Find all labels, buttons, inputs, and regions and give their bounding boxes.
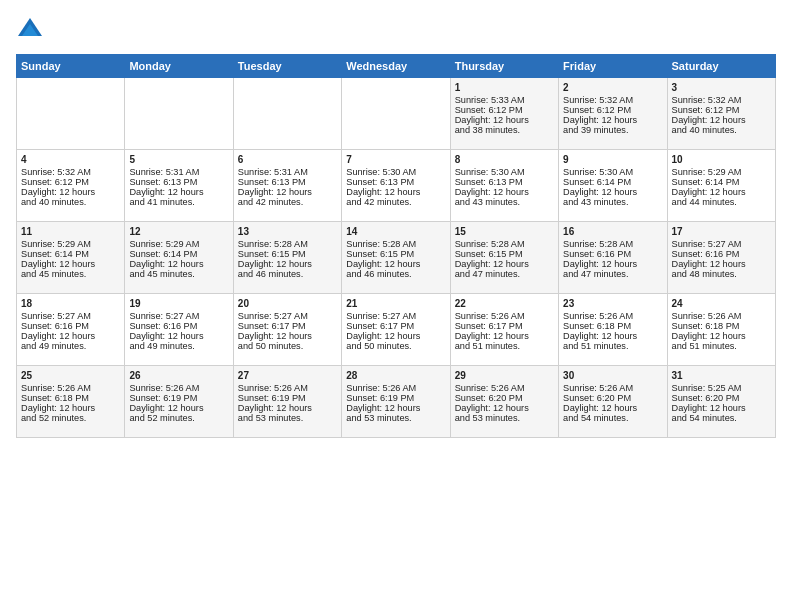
day-info: and 51 minutes. <box>563 341 662 351</box>
day-info: Sunrise: 5:26 AM <box>563 383 662 393</box>
day-number: 15 <box>455 226 554 237</box>
calendar-cell: 23Sunrise: 5:26 AMSunset: 6:18 PMDayligh… <box>559 294 667 366</box>
day-info: Daylight: 12 hours <box>672 403 771 413</box>
day-number: 18 <box>21 298 120 309</box>
day-info: Sunrise: 5:31 AM <box>238 167 337 177</box>
calendar-cell: 16Sunrise: 5:28 AMSunset: 6:16 PMDayligh… <box>559 222 667 294</box>
calendar-cell: 26Sunrise: 5:26 AMSunset: 6:19 PMDayligh… <box>125 366 233 438</box>
day-info: and 50 minutes. <box>346 341 445 351</box>
day-info: Daylight: 12 hours <box>129 259 228 269</box>
day-info: and 39 minutes. <box>563 125 662 135</box>
day-info: Sunrise: 5:29 AM <box>129 239 228 249</box>
day-info: Sunset: 6:13 PM <box>129 177 228 187</box>
header <box>16 16 776 44</box>
calendar-cell: 6Sunrise: 5:31 AMSunset: 6:13 PMDaylight… <box>233 150 341 222</box>
day-info: Sunrise: 5:26 AM <box>563 311 662 321</box>
header-day-friday: Friday <box>559 55 667 78</box>
day-info: Sunrise: 5:27 AM <box>21 311 120 321</box>
calendar-cell: 25Sunrise: 5:26 AMSunset: 6:18 PMDayligh… <box>17 366 125 438</box>
day-info: and 47 minutes. <box>455 269 554 279</box>
calendar-cell <box>342 78 450 150</box>
day-info: and 51 minutes. <box>455 341 554 351</box>
day-info: Sunset: 6:17 PM <box>346 321 445 331</box>
day-info: Sunrise: 5:28 AM <box>563 239 662 249</box>
day-info: Sunset: 6:12 PM <box>672 105 771 115</box>
day-number: 19 <box>129 298 228 309</box>
calendar-page: SundayMondayTuesdayWednesdayThursdayFrid… <box>0 0 792 612</box>
calendar-week-1: 4Sunrise: 5:32 AMSunset: 6:12 PMDaylight… <box>17 150 776 222</box>
day-info: Sunrise: 5:29 AM <box>672 167 771 177</box>
day-info: and 42 minutes. <box>346 197 445 207</box>
day-info: Sunrise: 5:26 AM <box>21 383 120 393</box>
day-info: Daylight: 12 hours <box>21 331 120 341</box>
day-info: Sunset: 6:12 PM <box>21 177 120 187</box>
day-info: Sunrise: 5:26 AM <box>455 383 554 393</box>
day-info: Sunset: 6:18 PM <box>672 321 771 331</box>
day-number: 10 <box>672 154 771 165</box>
day-number: 6 <box>238 154 337 165</box>
day-info: Daylight: 12 hours <box>455 403 554 413</box>
calendar-cell: 3Sunrise: 5:32 AMSunset: 6:12 PMDaylight… <box>667 78 775 150</box>
day-number: 28 <box>346 370 445 381</box>
day-info: Daylight: 12 hours <box>672 187 771 197</box>
day-info: Sunset: 6:16 PM <box>672 249 771 259</box>
day-info: Sunset: 6:15 PM <box>455 249 554 259</box>
day-info: and 38 minutes. <box>455 125 554 135</box>
day-info: Daylight: 12 hours <box>21 259 120 269</box>
day-info: and 53 minutes. <box>346 413 445 423</box>
day-info: and 54 minutes. <box>672 413 771 423</box>
calendar-cell: 1Sunrise: 5:33 AMSunset: 6:12 PMDaylight… <box>450 78 558 150</box>
day-number: 3 <box>672 82 771 93</box>
day-info: Sunset: 6:20 PM <box>563 393 662 403</box>
day-info: and 43 minutes. <box>563 197 662 207</box>
header-row: SundayMondayTuesdayWednesdayThursdayFrid… <box>17 55 776 78</box>
day-info: Sunrise: 5:30 AM <box>455 167 554 177</box>
day-info: Daylight: 12 hours <box>238 331 337 341</box>
day-info: Sunset: 6:14 PM <box>672 177 771 187</box>
day-info: Daylight: 12 hours <box>455 331 554 341</box>
day-number: 26 <box>129 370 228 381</box>
day-info: Sunrise: 5:28 AM <box>346 239 445 249</box>
day-number: 22 <box>455 298 554 309</box>
header-day-monday: Monday <box>125 55 233 78</box>
calendar-cell: 8Sunrise: 5:30 AMSunset: 6:13 PMDaylight… <box>450 150 558 222</box>
day-number: 7 <box>346 154 445 165</box>
calendar-cell: 24Sunrise: 5:26 AMSunset: 6:18 PMDayligh… <box>667 294 775 366</box>
day-info: and 46 minutes. <box>346 269 445 279</box>
day-info: Sunset: 6:18 PM <box>563 321 662 331</box>
day-info: Sunrise: 5:26 AM <box>238 383 337 393</box>
day-info: Sunrise: 5:27 AM <box>129 311 228 321</box>
day-info: and 52 minutes. <box>21 413 120 423</box>
calendar-cell: 29Sunrise: 5:26 AMSunset: 6:20 PMDayligh… <box>450 366 558 438</box>
day-info: Sunset: 6:14 PM <box>129 249 228 259</box>
day-info: and 45 minutes. <box>21 269 120 279</box>
day-number: 1 <box>455 82 554 93</box>
day-number: 27 <box>238 370 337 381</box>
day-info: Daylight: 12 hours <box>563 403 662 413</box>
day-number: 16 <box>563 226 662 237</box>
day-info: Daylight: 12 hours <box>563 115 662 125</box>
calendar-cell: 7Sunrise: 5:30 AMSunset: 6:13 PMDaylight… <box>342 150 450 222</box>
day-info: Daylight: 12 hours <box>672 115 771 125</box>
day-info: Daylight: 12 hours <box>346 331 445 341</box>
day-info: and 45 minutes. <box>129 269 228 279</box>
day-info: Sunset: 6:16 PM <box>129 321 228 331</box>
calendar-cell: 10Sunrise: 5:29 AMSunset: 6:14 PMDayligh… <box>667 150 775 222</box>
day-info: Sunset: 6:19 PM <box>129 393 228 403</box>
calendar-cell: 21Sunrise: 5:27 AMSunset: 6:17 PMDayligh… <box>342 294 450 366</box>
day-info: Daylight: 12 hours <box>563 187 662 197</box>
day-info: Daylight: 12 hours <box>672 259 771 269</box>
day-info: Sunrise: 5:27 AM <box>238 311 337 321</box>
calendar-week-0: 1Sunrise: 5:33 AMSunset: 6:12 PMDaylight… <box>17 78 776 150</box>
day-info: Daylight: 12 hours <box>238 259 337 269</box>
day-info: and 48 minutes. <box>672 269 771 279</box>
day-info: Sunrise: 5:27 AM <box>346 311 445 321</box>
header-day-saturday: Saturday <box>667 55 775 78</box>
calendar-cell: 2Sunrise: 5:32 AMSunset: 6:12 PMDaylight… <box>559 78 667 150</box>
header-day-sunday: Sunday <box>17 55 125 78</box>
day-info: Daylight: 12 hours <box>21 403 120 413</box>
day-info: Sunset: 6:13 PM <box>346 177 445 187</box>
calendar-cell: 15Sunrise: 5:28 AMSunset: 6:15 PMDayligh… <box>450 222 558 294</box>
day-info: Sunset: 6:16 PM <box>21 321 120 331</box>
calendar-cell: 17Sunrise: 5:27 AMSunset: 6:16 PMDayligh… <box>667 222 775 294</box>
